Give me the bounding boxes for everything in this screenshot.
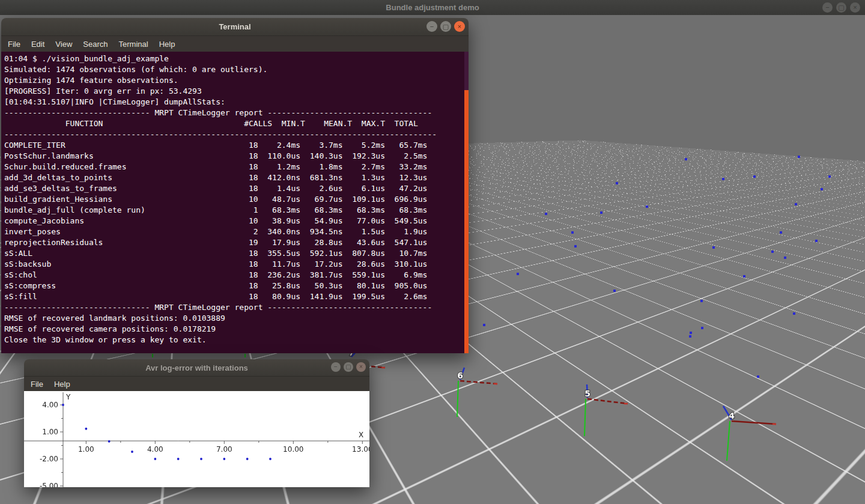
plot-canvas[interactable]: YX1.004.007.0010.0013.004.001.00-2.00-5.… bbox=[24, 391, 369, 487]
camera-x-axis bbox=[460, 381, 497, 384]
maximize-icon[interactable]: ▢ bbox=[440, 21, 451, 32]
data-point bbox=[131, 451, 133, 453]
data-point bbox=[177, 458, 180, 460]
landmark-point bbox=[685, 158, 687, 160]
scatter-plot: YX1.004.007.0010.0013.004.001.00-2.00-5.… bbox=[24, 391, 369, 487]
data-point bbox=[269, 458, 272, 460]
close-icon[interactable]: × bbox=[356, 362, 366, 372]
data-point bbox=[108, 440, 111, 443]
camera-label: 4 bbox=[729, 411, 735, 421]
data-point bbox=[246, 458, 249, 460]
terminal-menu-file[interactable]: File bbox=[2, 37, 26, 51]
svg-text:4.00: 4.00 bbox=[42, 401, 58, 409]
landmark-point bbox=[701, 327, 703, 329]
minimize-icon[interactable]: − bbox=[331, 362, 341, 372]
plot-titlebar[interactable]: Avr log-error with iterations − ▢ × bbox=[24, 359, 369, 377]
maximize-icon[interactable]: ▢ bbox=[344, 362, 353, 372]
landmark-point bbox=[646, 205, 648, 208]
landmark-point bbox=[795, 203, 797, 205]
terminal-text: 01:04 $ ./vision_bundle_adj_example Simu… bbox=[1, 52, 469, 345]
landmark-point bbox=[517, 273, 519, 275]
main-window-titlebar[interactable]: Bundle adjustment demo − ▢ × bbox=[0, 0, 865, 15]
landmark-point bbox=[571, 231, 574, 234]
landmark-point bbox=[757, 375, 759, 378]
landmark-point bbox=[712, 246, 715, 249]
plot-title: Avr log-error with iterations bbox=[145, 363, 248, 372]
landmark-point bbox=[545, 213, 547, 215]
svg-text:-5.00: -5.00 bbox=[40, 482, 58, 487]
camera-label: 5 bbox=[584, 389, 590, 398]
plot-menu-help[interactable]: Help bbox=[49, 377, 76, 391]
landmark-point bbox=[613, 290, 616, 292]
landmark-point bbox=[690, 332, 692, 334]
terminal-titlebar[interactable]: Terminal − ▢ × bbox=[1, 18, 469, 36]
maximize-icon[interactable]: ▢ bbox=[836, 2, 846, 13]
landmark-point bbox=[689, 335, 691, 338]
landmark-point bbox=[700, 300, 703, 302]
landmark-point bbox=[574, 245, 577, 247]
terminal-menu-search[interactable]: Search bbox=[77, 37, 113, 51]
data-point bbox=[223, 458, 225, 460]
landmark-point bbox=[722, 178, 724, 180]
landmark-point bbox=[815, 240, 818, 242]
data-point bbox=[62, 404, 64, 406]
close-icon[interactable]: × bbox=[850, 2, 860, 13]
terminal-scrollbar[interactable] bbox=[464, 90, 469, 353]
svg-text:1.00: 1.00 bbox=[42, 428, 58, 436]
landmark-point bbox=[600, 211, 602, 214]
camera-x-axis bbox=[732, 421, 776, 424]
plot-window: Avr log-error with iterations − ▢ × File… bbox=[24, 359, 369, 487]
terminal-title: Terminal bbox=[219, 22, 250, 31]
svg-text:-2.00: -2.00 bbox=[40, 455, 58, 463]
svg-text:13.00: 13.00 bbox=[352, 445, 369, 454]
terminal-menu-view[interactable]: View bbox=[50, 37, 77, 51]
terminal-menu-terminal[interactable]: Terminal bbox=[114, 37, 154, 51]
data-point bbox=[154, 458, 156, 460]
landmark-point bbox=[784, 257, 786, 259]
landmark-point bbox=[483, 324, 485, 326]
landmark-point bbox=[828, 175, 831, 178]
svg-text:7.00: 7.00 bbox=[216, 445, 232, 454]
camera-y-axis bbox=[584, 399, 586, 436]
main-window-title: Bundle adjustment demo bbox=[386, 3, 479, 12]
terminal-menu-help[interactable]: Help bbox=[154, 37, 181, 51]
landmark-point bbox=[616, 182, 618, 184]
terminal-menu-edit[interactable]: Edit bbox=[26, 37, 50, 51]
landmark-point bbox=[793, 312, 795, 315]
terminal-menubar: FileEditViewSearchTerminalHelp bbox=[1, 36, 469, 52]
data-point bbox=[85, 428, 87, 430]
plot-menubar: FileHelp bbox=[24, 377, 369, 391]
landmark-point bbox=[753, 175, 756, 178]
svg-text:4.00: 4.00 bbox=[147, 445, 163, 454]
landmark-point bbox=[798, 156, 800, 158]
camera-label: 6 bbox=[457, 371, 463, 380]
landmark-point bbox=[771, 250, 774, 253]
camera-y-axis bbox=[727, 421, 730, 461]
landmark-point bbox=[821, 188, 823, 190]
landmark-point bbox=[743, 275, 745, 278]
plot-menu-file[interactable]: File bbox=[25, 377, 49, 391]
terminal-output[interactable]: 01:04 $ ./vision_bundle_adj_example Simu… bbox=[1, 52, 469, 353]
svg-text:10.00: 10.00 bbox=[283, 445, 303, 454]
close-icon[interactable]: × bbox=[454, 21, 465, 32]
data-point bbox=[200, 458, 202, 460]
svg-text:1.00: 1.00 bbox=[78, 445, 94, 454]
camera-x-axis bbox=[587, 399, 628, 404]
minimize-icon[interactable]: − bbox=[426, 21, 437, 32]
minimize-icon[interactable]: − bbox=[822, 2, 833, 13]
landmark-point bbox=[780, 231, 782, 234]
camera-y-axis bbox=[457, 381, 458, 417]
svg-text:X: X bbox=[359, 431, 363, 439]
terminal-window: Terminal − ▢ × FileEditViewSearchTermina… bbox=[1, 18, 469, 353]
svg-text:Y: Y bbox=[65, 393, 71, 401]
